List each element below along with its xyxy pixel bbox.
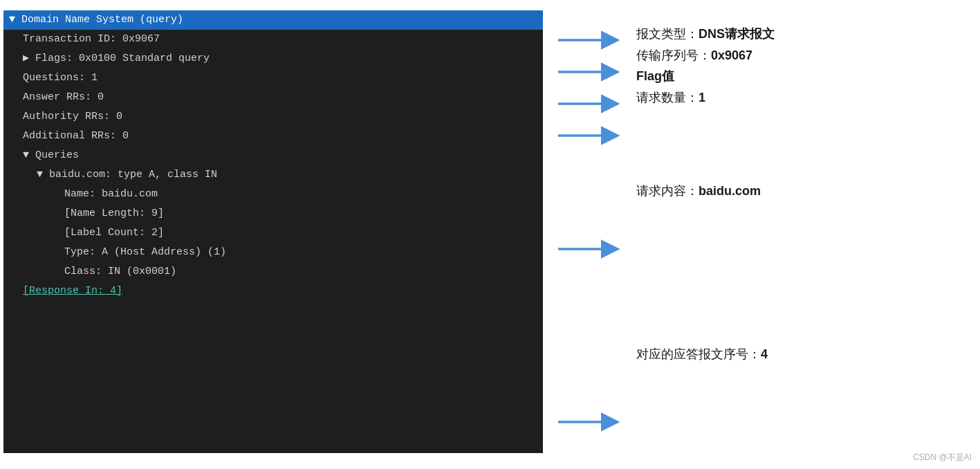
label-count-text: [Label Count: 2] — [64, 227, 164, 239]
annotation-spacer-1 — [636, 108, 980, 181]
annotation-req-count-label: 请求数量： — [636, 91, 699, 104]
arrow-3-svg — [557, 92, 626, 116]
annotation-msg-type: 报文类型：DNS请求报文 — [636, 24, 980, 45]
flags-text: Flags: 0x0100 Standard query — [35, 53, 210, 64]
arrow-6-svg — [557, 410, 626, 434]
response-in-row[interactable]: [Response In: 4] — [3, 282, 543, 301]
response-in-text[interactable]: [Response In: 4] — [23, 285, 122, 297]
arrow-4 — [543, 122, 626, 149]
class-row[interactable]: Class: IN (0x0001) — [3, 262, 543, 282]
label-count-row[interactable]: [Label Count: 2] — [3, 223, 543, 243]
arrow-1-svg — [557, 28, 626, 52]
annotation-req-count-value: 1 — [699, 91, 705, 104]
arrow-2-svg — [557, 60, 626, 84]
additional-rrs-row[interactable]: Additional RRs: 0 — [3, 127, 543, 146]
annotation-response-seq-value: 4 — [761, 347, 768, 361]
main-container: ▼ Domain Name System (query) Transaction… — [0, 0, 980, 469]
annotation-req-count: 请求数量：1 — [636, 87, 980, 109]
arrow-2 — [543, 58, 626, 86]
flags-row[interactable]: ▶ Flags: 0x0100 Standard query — [3, 49, 543, 68]
queries-text: Queries — [35, 149, 79, 161]
flags-arrow-icon: ▶ — [23, 53, 35, 64]
arrow-5-svg — [557, 237, 626, 261]
type-text: Type: A (Host Address) (1) — [64, 246, 226, 258]
annotations-panel: 报文类型：DNS请求报文 传输序列号：0x9067 Flag值 请求数量：1 请… — [626, 7, 980, 365]
questions-row[interactable]: Questions: 1 — [3, 68, 543, 88]
annotation-spacer-2 — [636, 202, 980, 344]
arrow-4-svg — [557, 124, 626, 147]
name-text: Name: baidu.com — [64, 188, 158, 200]
transaction-id-row[interactable]: Transaction ID: 0x9067 — [3, 30, 543, 49]
annotation-req-content: 请求内容：baidu.com — [636, 181, 980, 202]
dns-header-text: Domain Name System (query) — [21, 14, 183, 26]
arrow-1 — [543, 26, 626, 54]
class-text: Class: IN (0x0001) — [64, 266, 176, 277]
annotation-seq-num-label: 传输序列号： — [636, 48, 711, 62]
authority-rrs-text: Authority RRs: 0 — [23, 111, 122, 122]
baidu-query-row[interactable]: ▼ baidu.com: type A, class IN — [3, 165, 543, 185]
dns-arrow-icon: ▼ — [9, 14, 21, 26]
queries-arrow-icon: ▼ — [23, 149, 35, 161]
watermark: CSDN @不是AI — [913, 452, 972, 463]
annotation-group-1: 报文类型：DNS请求报文 传输序列号：0x9067 Flag值 请求数量：1 — [636, 24, 980, 108]
name-length-text: [Name Length: 9] — [64, 208, 164, 219]
arrow-3 — [543, 90, 626, 118]
additional-rrs-text: Additional RRs: 0 — [23, 130, 129, 142]
annotation-seq-num: 传输序列号：0x9067 — [636, 45, 980, 66]
name-length-row[interactable]: [Name Length: 9] — [3, 204, 543, 223]
type-row[interactable]: Type: A (Host Address) (1) — [3, 243, 543, 262]
annotation-msg-type-value: DNS请求报文 — [699, 27, 775, 41]
answer-rrs-row[interactable]: Answer RRs: 0 — [3, 88, 543, 107]
arrow-6 — [543, 408, 626, 436]
arrows-section — [543, 7, 626, 436]
annotation-response-seq-label: 对应的应答报文序号： — [636, 347, 761, 361]
answer-rrs-text: Answer RRs: 0 — [23, 91, 104, 103]
packet-panel: ▼ Domain Name System (query) Transaction… — [3, 10, 543, 453]
annotation-seq-num-value: 0x9067 — [711, 48, 752, 62]
annotation-req-content-label: 请求内容： — [636, 184, 699, 198]
questions-text: Questions: 1 — [23, 72, 98, 84]
annotation-req-content-value: baidu.com — [699, 184, 761, 198]
annotation-flag-value: Flag值 — [636, 69, 674, 83]
annotation-response-seq: 对应的应答报文序号：4 — [636, 344, 980, 365]
baidu-arrow-icon: ▼ — [37, 169, 49, 181]
arrow-5 — [543, 235, 626, 263]
transaction-id-text: Transaction ID: 0x9067 — [23, 33, 160, 45]
queries-row[interactable]: ▼ Queries — [3, 146, 543, 165]
authority-rrs-row[interactable]: Authority RRs: 0 — [3, 107, 543, 127]
baidu-query-text: baidu.com: type A, class IN — [49, 169, 217, 181]
annotation-flag-val: Flag值 — [636, 66, 980, 87]
dns-header-row[interactable]: ▼ Domain Name System (query) — [3, 10, 543, 30]
name-row[interactable]: Name: baidu.com — [3, 185, 543, 204]
annotation-msg-type-label: 报文类型： — [636, 27, 699, 41]
